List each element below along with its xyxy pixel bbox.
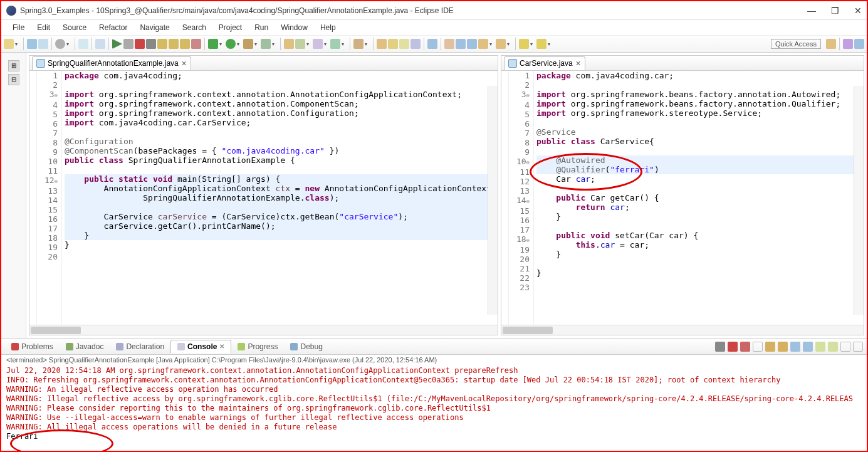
sidebar-icon-a[interactable]: ⊞ [8,60,19,71]
close-tab-icon[interactable]: ✕ [219,343,224,350]
search-dropdown[interactable]: ▾ [365,41,370,47]
menu-refactor[interactable]: Refactor [93,22,133,33]
menu-file[interactable]: File [6,22,31,33]
bug-icon[interactable] [208,39,218,49]
debug-icon [290,343,298,350]
tool-icon-b[interactable] [95,39,105,49]
new-class-icon[interactable] [284,39,294,49]
perspective-java-icon[interactable] [826,39,836,49]
ext-tools-icon[interactable] [261,39,271,49]
menu-source[interactable]: Source [56,22,93,33]
perspective-debug-icon[interactable] [843,39,853,49]
open-type-icon[interactable] [330,39,340,49]
console-new-icon[interactable] [828,342,838,352]
close-button[interactable]: ✕ [854,6,862,16]
menu-navigate[interactable]: Navigate [133,22,175,33]
next-annot-icon[interactable] [496,39,506,49]
coverage-dropdown[interactable]: ▾ [254,41,259,47]
tab-car-service[interactable]: CarService.java ✕ [504,56,585,70]
coverage-icon[interactable] [243,39,253,49]
nav-back-icon[interactable] [456,39,466,49]
console-min-icon[interactable] [840,342,850,352]
close-tab-icon[interactable]: ✕ [575,60,581,68]
new-folder-dropdown[interactable]: ▾ [324,41,329,47]
save-all-icon[interactable] [38,39,48,49]
step-over-icon[interactable] [169,39,179,49]
nav-fwd-icon[interactable] [467,39,477,49]
console-removeall-icon[interactable] [740,342,750,352]
close-tab-icon[interactable]: ✕ [181,60,187,68]
prev-annot-dropdown[interactable]: ▾ [489,41,494,47]
tool-icon-a[interactable] [78,39,88,49]
new-icon[interactable] [4,39,14,49]
vscrollbar[interactable] [488,86,498,315]
next-annot-dropdown[interactable]: ▾ [507,41,512,47]
hscrollbar[interactable] [29,325,498,335]
tab-problems[interactable]: Problems [5,340,60,353]
save-icon[interactable] [27,39,37,49]
disconnect-icon[interactable] [146,39,156,49]
console-pin-icon[interactable] [790,342,800,352]
vscrollbar[interactable] [854,86,864,315]
tab-spring-qualifier[interactable]: SpringQualifierAnnotationExample.java ✕ [32,56,191,70]
new-dropdown[interactable]: ▾ [15,41,20,47]
search-icon[interactable] [353,39,363,49]
quick-access-field[interactable]: Quick Access [771,39,821,49]
tab-console[interactable]: Console ✕ [170,340,231,354]
resume-icon[interactable] [112,39,122,49]
ext-tools-dropdown[interactable]: ▾ [272,41,277,47]
prev-annot-icon[interactable] [478,39,488,49]
perspective-other-icon[interactable] [854,39,864,49]
minimize-button[interactable]: — [807,6,816,16]
tab-debug[interactable]: Debug [284,340,328,353]
hscrollbar[interactable] [501,325,864,335]
new-package-icon[interactable] [295,39,305,49]
menu-project[interactable]: Project [212,22,248,33]
back-icon[interactable] [519,39,529,49]
console-open-icon[interactable] [815,342,825,352]
format-icon[interactable] [399,39,409,49]
menu-window[interactable]: Window [275,22,314,33]
sidebar-icon-b[interactable]: ⊟ [8,74,19,85]
suspend-icon[interactable] [123,39,133,49]
tab-progress[interactable]: Progress [231,340,284,353]
console-word-wrap-icon[interactable] [778,342,788,352]
annotation-icon[interactable] [444,39,454,49]
console-clear-icon[interactable] [753,342,763,352]
step-into-icon[interactable] [157,39,167,49]
console-terminate-icon[interactable] [715,342,725,352]
menu-edit[interactable]: Edit [31,22,56,33]
run-icon[interactable] [226,39,236,49]
open-type-dropdown[interactable]: ▾ [342,41,347,47]
forward-dropdown[interactable]: ▾ [548,41,553,47]
bug-dropdown[interactable]: ▾ [219,41,224,47]
editor-right-pane: CarService.java ✕ 123⊖45678910⊖11121314⊖… [501,55,864,335]
new-package-dropdown[interactable]: ▾ [306,41,311,47]
step-return-icon[interactable] [180,39,190,49]
maximize-button[interactable]: ❐ [831,6,839,16]
run-dropdown[interactable]: ▾ [237,41,242,47]
console-remove-icon[interactable] [728,342,738,352]
console-max-icon[interactable] [853,342,863,352]
highlight-icon[interactable] [377,39,387,49]
console-scroll-lock-icon[interactable] [765,342,775,352]
drop-frame-icon[interactable] [191,39,201,49]
terminate-icon[interactable] [135,39,145,49]
console-display-icon[interactable] [803,342,813,352]
code-area-left[interactable]: 123⊖456789101112⊖1314151617181920 packag… [29,71,498,325]
print-icon[interactable] [410,39,421,49]
console-output[interactable]: Jul 22, 2020 12:54:18 AM org.springframe… [1,365,867,452]
toggle-icon[interactable] [55,39,65,49]
new-folder-icon[interactable] [313,39,323,49]
forward-icon[interactable] [536,39,546,49]
toggle-dropdown[interactable]: ▾ [66,41,71,47]
tab-declaration[interactable]: Declaration [110,340,170,353]
menu-run[interactable]: Run [248,22,275,33]
back-dropdown[interactable]: ▾ [530,41,535,47]
tab-javadoc[interactable]: Javadoc [60,340,110,353]
code-area-right[interactable]: 123⊖45678910⊖11121314⊖15161718⊖192021222… [501,71,864,325]
mark-icon[interactable] [388,39,398,49]
para-icon[interactable] [427,39,437,49]
menu-search[interactable]: Search [176,22,212,33]
menu-help[interactable]: Help [314,22,342,33]
